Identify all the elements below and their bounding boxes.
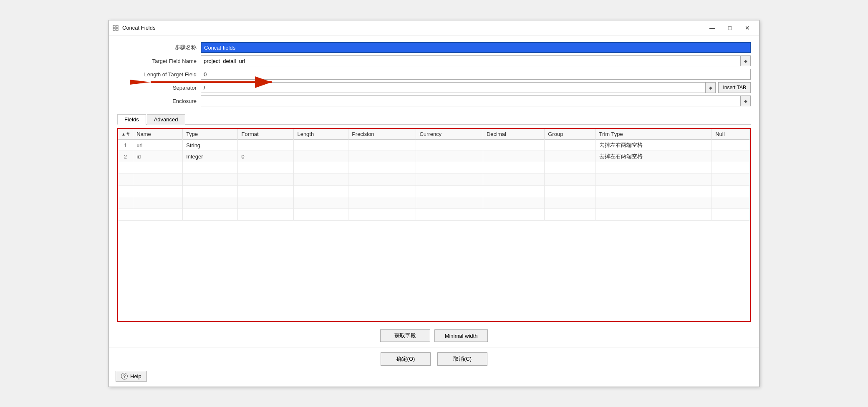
enclosure-input[interactable] <box>201 95 741 106</box>
col-format: Format <box>238 129 294 140</box>
table-row-empty <box>118 197 750 209</box>
tab-bar: Fields Advanced <box>117 114 751 125</box>
separator-label: Separator <box>117 85 201 91</box>
table-action-buttons: 获取字段 Minimal width <box>109 325 759 347</box>
col-currency: Currency <box>416 129 483 140</box>
cell-num: 1 <box>118 140 133 151</box>
help-label: Help <box>130 373 141 379</box>
cell-precision <box>348 140 416 151</box>
cell-name: id <box>133 151 183 162</box>
target-field-label: Target Field Name <box>117 58 201 64</box>
table-row-empty <box>118 162 750 174</box>
col-null: Null <box>712 129 750 140</box>
maximize-button[interactable]: □ <box>722 22 738 34</box>
table-row-empty <box>118 209 750 221</box>
close-button[interactable]: ✕ <box>739 22 756 34</box>
cell-length <box>294 151 348 162</box>
help-button[interactable]: ? Help <box>116 371 147 382</box>
col-num: ▲ # <box>118 129 133 140</box>
table-row-empty <box>118 186 750 197</box>
length-row: Length of Target Field <box>117 69 751 80</box>
cell-decimal <box>483 151 544 162</box>
minimize-button[interactable]: — <box>704 22 721 34</box>
table-header-row: ▲ # Name Type Format Length Precision Cu… <box>118 129 750 140</box>
cell-null <box>712 151 750 162</box>
col-length: Length <box>294 129 348 140</box>
enclosure-row: Enclosure <box>117 95 751 106</box>
cell-type: Integer <box>183 151 238 162</box>
cell-length <box>294 140 348 151</box>
cancel-button[interactable]: 取消(C) <box>437 352 487 366</box>
titlebar: Concat Fields — □ ✕ <box>109 20 759 35</box>
length-input[interactable] <box>201 69 751 80</box>
col-group: Group <box>545 129 595 140</box>
separator-diamond-btn[interactable] <box>706 82 716 93</box>
cell-currency <box>416 140 483 151</box>
help-icon: ? <box>121 373 128 379</box>
help-area: ? Help <box>109 371 759 387</box>
cell-type: String <box>183 140 238 151</box>
footer-area: 确定(O) 取消(C) <box>109 347 759 371</box>
get-fields-button[interactable]: 获取字段 <box>380 329 430 342</box>
table-row[interactable]: 1 url String 去掉左右两端空格 <box>118 140 750 151</box>
fields-table: ▲ # Name Type Format Length Precision Cu… <box>118 129 750 221</box>
enclosure-input-group <box>201 95 751 106</box>
separator-row: Separator Insert TAB <box>117 82 751 93</box>
target-field-input[interactable] <box>201 55 741 66</box>
cell-group <box>545 151 595 162</box>
cell-format <box>238 140 294 151</box>
target-field-diamond-btn[interactable] <box>741 55 751 66</box>
col-precision: Precision <box>348 129 416 140</box>
col-trim-type: Trim Type <box>595 129 712 140</box>
svg-rect-2 <box>113 28 115 30</box>
cell-currency <box>416 151 483 162</box>
minimal-width-button[interactable]: Minimal width <box>434 329 488 342</box>
svg-rect-3 <box>116 28 118 30</box>
cell-decimal <box>483 140 544 151</box>
col-name: Name <box>133 129 183 140</box>
separator-input[interactable] <box>201 82 706 93</box>
svg-marker-5 <box>130 80 151 85</box>
enclosure-label: Enclosure <box>117 98 201 104</box>
separator-input-group: Insert TAB <box>201 82 751 93</box>
cell-group <box>545 140 595 151</box>
cell-num: 2 <box>118 151 133 162</box>
col-decimal: Decimal <box>483 129 544 140</box>
target-field-row: Target Field Name <box>117 55 751 66</box>
step-name-label: 步骤名称 <box>117 44 201 51</box>
cell-trim-type: 去掉左右两端空格 <box>595 151 712 162</box>
window-icon <box>112 25 119 31</box>
cell-precision <box>348 151 416 162</box>
cell-name: url <box>133 140 183 151</box>
tab-fields[interactable]: Fields <box>117 114 146 125</box>
tab-advanced[interactable]: Advanced <box>147 114 185 125</box>
window-title: Concat Fields <box>122 25 704 31</box>
step-name-input[interactable] <box>201 42 751 53</box>
length-label: Length of Target Field <box>117 71 201 78</box>
table-row[interactable]: 2 id Integer 0 去掉左右两端空格 <box>118 151 750 162</box>
step-name-row: 步骤名称 <box>117 42 751 53</box>
target-field-input-group <box>201 55 751 66</box>
col-type: Type <box>183 129 238 140</box>
insert-tab-button[interactable]: Insert TAB <box>718 82 751 93</box>
confirm-button[interactable]: 确定(O) <box>381 352 431 366</box>
cell-trim-type: 去掉左右两端空格 <box>595 140 712 151</box>
svg-rect-1 <box>116 25 118 28</box>
tabs-area: Fields Advanced <box>109 114 759 125</box>
cell-format: 0 <box>238 151 294 162</box>
svg-rect-0 <box>113 25 115 28</box>
form-area: 步骤名称 Target Field Name Length of Target … <box>109 35 759 112</box>
fields-table-container: ▲ # Name Type Format Length Precision Cu… <box>117 128 751 322</box>
window-controls: — □ ✕ <box>704 22 756 34</box>
table-row-empty <box>118 174 750 186</box>
main-window: Concat Fields — □ ✕ 步骤名称 Target Field Na… <box>108 20 760 387</box>
cell-null <box>712 140 750 151</box>
enclosure-diamond-btn[interactable] <box>741 95 751 106</box>
